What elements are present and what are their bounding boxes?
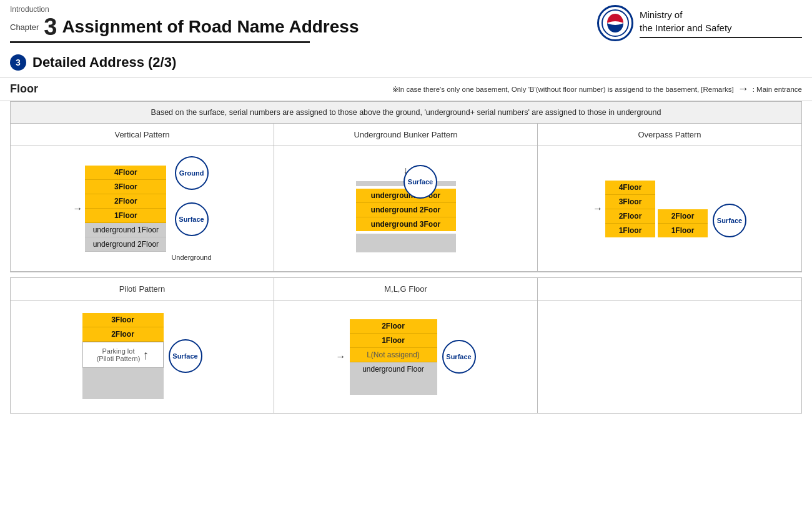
bunker-pattern-diagram: ↓ Surface underground 1Foor underground … bbox=[274, 146, 538, 271]
bunker-base bbox=[356, 234, 456, 252]
surface-circle-mlg: Surface bbox=[442, 340, 476, 374]
bottom-pattern-table: Piloti Pattern M,L,G Floor 3Floor 2Floor… bbox=[10, 277, 802, 414]
pattern-diagrams-row: → 4Floor 3Floor 2Floor 1Floor undergroun… bbox=[11, 146, 801, 272]
pattern-column-headers: Vertical Pattern Underground Bunker Patt… bbox=[11, 124, 801, 146]
empty-header bbox=[538, 278, 801, 300]
overpass-diag-inner: 4Floor 3Floor 2Floor 1Floor 2Floor 1Floo… bbox=[605, 181, 746, 237]
mlg-1f: 1Floor bbox=[350, 334, 437, 348]
overpass-pattern-diagram: → 4Floor 3Floor 2Floor 1Floor 2Floor 1Fl… bbox=[538, 146, 801, 271]
floor-1: 1Floor bbox=[85, 209, 166, 223]
piloti-pattern-header: Piloti Pattern bbox=[11, 278, 274, 300]
mlg-2f: 2Floor bbox=[350, 319, 437, 334]
header-underline bbox=[10, 41, 310, 43]
floor-label-row: Floor ※In case there's only one basement… bbox=[0, 77, 812, 101]
chapter-number: 3 bbox=[44, 15, 57, 39]
op-1f-r: 1Floor bbox=[658, 224, 708, 237]
logo-svg bbox=[601, 9, 630, 37]
b-ug-3: underground 3Foor bbox=[356, 217, 456, 231]
section-number-circle: 3 bbox=[10, 54, 26, 71]
empty-pattern-diagram bbox=[538, 300, 801, 413]
op-2f-r: 2Floor bbox=[658, 209, 708, 224]
surface-circle-v: Surface bbox=[175, 202, 209, 236]
bunker-floor-stack: underground 1Foor underground 2Foor unde… bbox=[356, 189, 456, 231]
bunker-pattern-header: Underground Bunker Pattern bbox=[274, 124, 538, 146]
parking-lot-block: Parking lot(Piloti Pattern) ↑ bbox=[82, 342, 164, 368]
l-floor-block: L(Not assigend) bbox=[350, 348, 437, 362]
arrow-right-icon: → bbox=[738, 82, 749, 96]
mlg-floor-header: M,L,G Floor bbox=[274, 278, 538, 300]
pattern-table: Based on the surface, serial numbers are… bbox=[10, 101, 802, 272]
vertical-circles: Ground Surface Underground bbox=[171, 156, 211, 261]
ug-floor-1: underground 1Floor bbox=[85, 223, 166, 237]
page-header: Introduction Chapter 3 Assignment of Roa… bbox=[0, 0, 812, 43]
ministry-logo bbox=[597, 5, 633, 41]
op-2f-l: 2Floor bbox=[605, 209, 655, 224]
mlg-pattern-diagram: → 2Floor 1Floor L(Not assigend) undergro… bbox=[274, 300, 538, 413]
floor-3: 3Floor bbox=[85, 180, 166, 194]
chapter-label: Chapter bbox=[10, 22, 39, 32]
underground-label: Underground bbox=[171, 254, 211, 261]
floor-note: ※In case there's only one basement, Only… bbox=[392, 82, 802, 96]
p-3f: 3Floor bbox=[82, 313, 164, 327]
mlg-ug-floor: underground Floor bbox=[350, 362, 437, 376]
surface-circle-op: Surface bbox=[713, 204, 746, 237]
chapter-heading: Assignment of Road Name Address bbox=[62, 17, 359, 37]
op-3f: 3Floor bbox=[605, 195, 655, 209]
vertical-pattern-header: Vertical Pattern bbox=[11, 124, 274, 146]
ug-floor-2: underground 2Floor bbox=[85, 237, 166, 252]
mlg-diag-inner: 2Floor 1Floor L(Not assigend) undergroun… bbox=[350, 319, 476, 395]
mlg-arrow: → bbox=[336, 351, 346, 362]
overpass-right-stack: 2Floor 1Floor bbox=[658, 209, 708, 237]
piloti-base bbox=[82, 368, 164, 399]
mlg-base bbox=[350, 376, 437, 395]
ground-circle: Ground bbox=[175, 156, 209, 190]
bottom-column-headers: Piloti Pattern M,L,G Floor bbox=[11, 278, 801, 300]
overpass-arrow: → bbox=[593, 203, 603, 214]
op-4f: 4Floor bbox=[605, 181, 655, 195]
floor-note-text: ※In case there's only one basement, Only… bbox=[392, 85, 734, 94]
pattern-description: Based on the surface, serial numbers are… bbox=[11, 102, 801, 124]
piloti-floor-stack: 3Floor 2Floor Parking lot(Piloti Pattern… bbox=[82, 313, 164, 399]
section-header: 3 Detailed Address (2/3) bbox=[0, 43, 812, 77]
floor-label: Floor bbox=[10, 82, 38, 96]
overpass-left-stack: 4Floor 3Floor 2Floor 1Floor bbox=[605, 181, 655, 237]
vertical-pattern-diagram: → 4Floor 3Floor 2Floor 1Floor undergroun… bbox=[11, 146, 274, 271]
vertical-floor-stack: 4Floor 3Floor 2Floor 1Floor underground … bbox=[85, 166, 166, 252]
overpass-pattern-header: Overpass Pattern bbox=[538, 124, 801, 146]
piloti-pattern-diagram: 3Floor 2Floor Parking lot(Piloti Pattern… bbox=[11, 300, 274, 413]
surface-circle-piloti: Surface bbox=[169, 339, 202, 373]
vertical-arrow: → bbox=[72, 203, 82, 214]
vertical-diag-inner: 4Floor 3Floor 2Floor 1Floor underground … bbox=[85, 156, 211, 261]
piloti-diag-inner: 3Floor 2Floor Parking lot(Piloti Pattern… bbox=[82, 313, 202, 399]
main-entrance-label: : Main entrance bbox=[753, 86, 802, 93]
parking-label: Parking lot(Piloti Pattern) bbox=[97, 347, 141, 362]
surface-circle-b: Surface bbox=[404, 165, 437, 199]
section-title: Detailed Address (2/3) bbox=[32, 54, 176, 71]
parking-arrow: ↑ bbox=[142, 348, 149, 362]
mlg-floor-stack: 2Floor 1Floor L(Not assigend) undergroun… bbox=[350, 319, 437, 395]
bottom-pattern-diagrams: 3Floor 2Floor Parking lot(Piloti Pattern… bbox=[11, 300, 801, 413]
b-ug-2: underground 2Foor bbox=[356, 203, 456, 217]
ministry-name: Ministry ofthe Interior and Safety bbox=[640, 8, 802, 34]
floor-4: 4Floor bbox=[85, 166, 166, 180]
bunker-surface-row: ↓ Surface bbox=[404, 165, 408, 176]
bunker-diag-inner: ↓ Surface underground 1Foor underground … bbox=[356, 165, 456, 252]
logo-area: Ministry ofthe Interior and Safety bbox=[597, 5, 802, 41]
p-2f: 2Floor bbox=[82, 327, 164, 342]
floor-2: 2Floor bbox=[85, 194, 166, 209]
logo-line bbox=[640, 37, 802, 38]
op-1f-l: 1Floor bbox=[605, 224, 655, 237]
